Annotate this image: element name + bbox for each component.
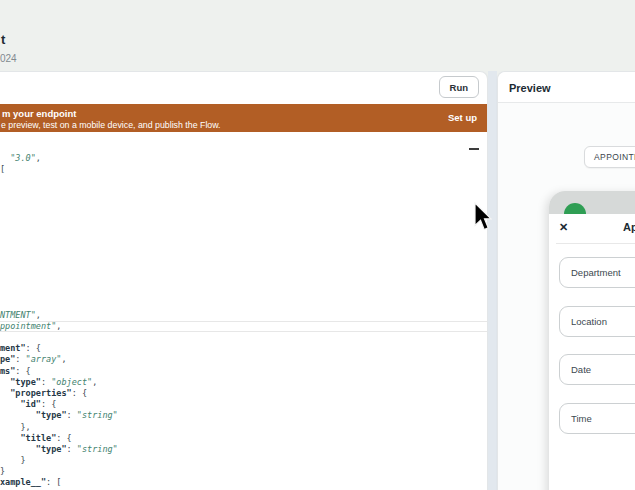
- code-line[interactable]: [: [0, 164, 487, 175]
- code-line[interactable]: [0, 198, 487, 209]
- code-line[interactable]: }: [0, 466, 487, 477]
- preview-panel: Preview APPOINTME ✕ Ap DepartmentLocatio…: [497, 71, 635, 490]
- code-line[interactable]: [0, 209, 487, 220]
- app-header: t 024: [0, 0, 635, 71]
- code-line[interactable]: [0, 265, 487, 276]
- code-line[interactable]: "3.0",: [0, 153, 487, 164]
- field-label: Date: [560, 355, 635, 385]
- code-line[interactable]: [0, 243, 487, 254]
- code-line[interactable]: ms": {: [0, 366, 487, 377]
- flow-subtitle-fragment: 024: [0, 53, 17, 64]
- run-button[interactable]: Run: [439, 76, 479, 98]
- field-label: Location: [560, 307, 635, 337]
- code-line[interactable]: ment": {: [0, 343, 487, 354]
- preview-title: Preview: [509, 82, 551, 94]
- banner-setup-link[interactable]: Set up: [448, 112, 477, 123]
- code-line[interactable]: [0, 254, 487, 265]
- screen-chip[interactable]: APPOINTME: [584, 146, 635, 168]
- sheet-title-fragment: Ap: [623, 221, 635, 233]
- code-line[interactable]: ppointment",: [0, 321, 487, 332]
- code-line[interactable]: "type": "string": [0, 410, 487, 421]
- form-field-date[interactable]: Date: [559, 354, 635, 385]
- editor-panel: Run m your endpoint e preview, test on a…: [0, 71, 488, 490]
- code-line[interactable]: [0, 276, 487, 287]
- code-line[interactable]: [0, 187, 487, 198]
- code-line[interactable]: [0, 287, 487, 298]
- code-line[interactable]: },: [0, 422, 487, 433]
- code-line[interactable]: "type": "string": [0, 444, 487, 455]
- code-line[interactable]: [0, 175, 487, 186]
- code-line[interactable]: "title": {: [0, 433, 487, 444]
- phone-header: [549, 191, 635, 214]
- form-field-time[interactable]: Time: [559, 403, 635, 434]
- sheet-divider: [556, 243, 635, 244]
- code-line[interactable]: }: [0, 455, 487, 466]
- form-field-location[interactable]: Location: [559, 306, 635, 337]
- close-icon[interactable]: ✕: [559, 221, 568, 234]
- code-editor[interactable]: "3.0",[NTMENT",ppointment",ment": {pe": …: [0, 153, 487, 489]
- panel-divider: [488, 71, 497, 490]
- code-line[interactable]: [0, 231, 487, 242]
- field-label: Department: [560, 258, 635, 288]
- code-line[interactable]: pe": "array",: [0, 354, 487, 365]
- code-line[interactable]: "id": {: [0, 399, 487, 410]
- code-line[interactable]: "type": "object",: [0, 377, 487, 388]
- form-fields: DepartmentLocationDateTime: [559, 257, 635, 451]
- form-field-department[interactable]: Department: [559, 257, 635, 288]
- banner-body: e preview, test on a mobile device, and …: [1, 120, 221, 130]
- flow-sheet: ✕ Ap DepartmentLocationDateTime: [549, 214, 635, 490]
- code-line[interactable]: xample__": [: [0, 477, 487, 488]
- code-line[interactable]: [0, 298, 487, 309]
- endpoint-warning-banner: m your endpoint e preview, test on a mob…: [0, 104, 487, 132]
- preview-header: Preview: [498, 72, 635, 103]
- flow-title-fragment: t: [1, 32, 5, 47]
- code-line[interactable]: [0, 332, 487, 343]
- code-line[interactable]: NTMENT",: [0, 310, 487, 321]
- banner-headline: m your endpoint: [2, 108, 76, 119]
- code-line[interactable]: "properties": {: [0, 388, 487, 399]
- field-label: Time: [560, 404, 635, 434]
- scrollbar-thumb[interactable]: [469, 148, 479, 150]
- code-line[interactable]: [0, 220, 487, 231]
- phone-preview: ✕ Ap DepartmentLocationDateTime: [549, 191, 635, 490]
